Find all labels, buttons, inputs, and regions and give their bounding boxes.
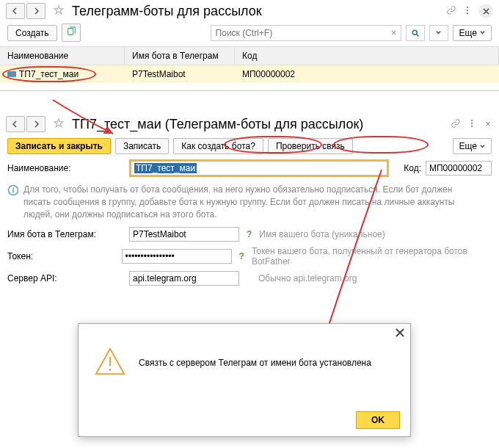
forward-button-2[interactable] — [26, 116, 45, 132]
back-button-2[interactable] — [6, 116, 25, 132]
cell-code: МП00000002 — [235, 65, 499, 83]
clear-search-icon[interactable]: × — [387, 28, 401, 38]
star-icon-2[interactable] — [53, 118, 65, 131]
svg-rect-3 — [68, 29, 73, 35]
name-field[interactable]: ТП7_тест_маи — [131, 161, 387, 176]
link-icon-2[interactable] — [451, 118, 461, 131]
server-hint: Обычно api.telegram.org — [258, 273, 357, 283]
dialog-text: Связть с сервером Телеграм от имени бота… — [139, 358, 371, 368]
back-button[interactable] — [6, 3, 25, 19]
more-button-2[interactable]: Еще — [453, 138, 492, 154]
botname-hint: Имя вашего бота (уникальное) — [259, 229, 385, 239]
name-label: Наименование: — [7, 163, 125, 173]
botname-label: Имя бота в Телеграм: — [7, 229, 125, 239]
svg-point-4 — [412, 30, 417, 35]
code-label: Код: — [404, 163, 421, 173]
more-button[interactable]: Еще — [453, 25, 492, 41]
svg-rect-5 — [7, 71, 16, 77]
token-field[interactable] — [122, 249, 232, 264]
item-icon — [7, 69, 16, 79]
page-title: Телеграмм-боты для рассылок — [72, 4, 446, 19]
svg-point-7 — [471, 123, 473, 124]
link-icon[interactable] — [446, 5, 456, 18]
col-code[interactable]: Код — [235, 47, 499, 65]
help-icon[interactable]: ? — [247, 229, 252, 239]
name-field-wrap: ТП7_тест_маи — [129, 159, 389, 177]
search-input-wrap[interactable]: × — [211, 25, 401, 41]
table-row[interactable]: ТП7_тест_маи P7TestMaibot МП00000002 — [0, 65, 499, 83]
close-button-2[interactable]: × — [483, 119, 493, 129]
search-input[interactable] — [211, 28, 387, 38]
star-icon[interactable] — [53, 4, 65, 18]
col-name[interactable]: Наименование — [0, 47, 125, 65]
svg-point-10 — [109, 369, 112, 371]
svg-point-8 — [471, 126, 473, 127]
search-button[interactable] — [406, 25, 425, 41]
server-label: Сервер API: — [7, 273, 125, 283]
message-dialog: Связть с сервером Телеграм от имени бота… — [78, 323, 411, 437]
create-button[interactable]: Создать — [7, 25, 57, 41]
server-field[interactable] — [129, 271, 239, 286]
howto-button[interactable]: Как создать бота? — [173, 138, 263, 154]
forward-button[interactable] — [26, 3, 45, 19]
check-button[interactable]: Проверить связь — [268, 138, 353, 154]
card-title: ТП7_тест_маи (Телеграмм-боты для рассыло… — [72, 117, 451, 132]
token-hint: Токен вашего бота, полученный от генерат… — [252, 246, 492, 267]
col-bot[interactable]: Имя бота в Телеграм — [125, 47, 235, 65]
token-label: Токен: — [7, 251, 117, 261]
cell-bot: P7TestMaibot — [125, 65, 235, 83]
kebab-icon-2[interactable] — [467, 118, 477, 131]
info-icon — [7, 184, 19, 196]
svg-point-0 — [467, 7, 468, 8]
search-dropdown[interactable] — [429, 25, 448, 41]
cell-name: ТП7_тест_маи — [19, 69, 79, 79]
svg-point-2 — [467, 12, 468, 14]
svg-point-1 — [467, 10, 468, 11]
close-button[interactable] — [478, 4, 493, 18]
save-button[interactable]: Записать — [115, 138, 169, 154]
svg-point-6 — [471, 120, 473, 121]
help-icon-2[interactable]: ? — [239, 251, 244, 261]
ok-button[interactable]: OK — [356, 411, 400, 429]
code-field[interactable] — [426, 161, 492, 176]
grid-header: Наименование Имя бота в Телеграм Код — [0, 46, 499, 65]
botname-field[interactable] — [129, 227, 239, 242]
copy-button[interactable] — [62, 24, 81, 42]
dialog-close-button[interactable] — [394, 327, 406, 339]
warning-icon — [93, 344, 127, 380]
info-text: Для того, чтобы получать от бота сообщен… — [23, 184, 464, 220]
save-close-button[interactable]: Записать и закрыть — [7, 138, 111, 154]
kebab-icon[interactable] — [462, 5, 473, 18]
